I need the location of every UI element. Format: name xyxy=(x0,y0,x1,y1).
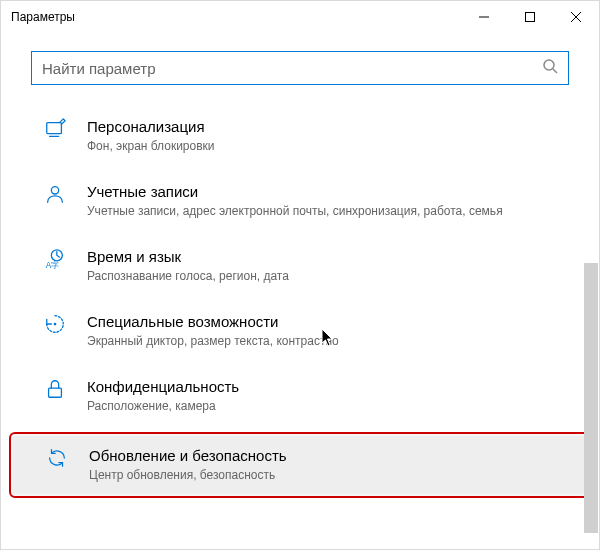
update-security-icon xyxy=(45,446,69,470)
accounts-icon xyxy=(43,182,67,206)
settings-item-update-security[interactable]: Обновление и безопасность Центр обновлен… xyxy=(9,432,591,497)
item-texts: Специальные возможности Экранный диктор,… xyxy=(87,312,569,349)
svg-point-4 xyxy=(544,60,554,70)
maximize-button[interactable] xyxy=(507,1,553,33)
minimize-button[interactable] xyxy=(461,1,507,33)
window-controls xyxy=(461,1,599,33)
item-subtitle: Фон, экран блокировки xyxy=(87,139,569,155)
item-title: Специальные возможности xyxy=(87,312,569,332)
settings-item-personalization[interactable]: Персонализация Фон, экран блокировки xyxy=(1,103,599,168)
scrollbar-thumb[interactable] xyxy=(584,263,598,533)
item-title: Время и язык xyxy=(87,247,569,267)
svg-text:A字: A字 xyxy=(46,261,60,270)
titlebar: Параметры xyxy=(1,1,599,33)
svg-point-11 xyxy=(54,323,57,326)
settings-item-accessibility[interactable]: Специальные возможности Экранный диктор,… xyxy=(1,298,599,363)
item-title: Обновление и безопасность xyxy=(89,446,567,466)
svg-rect-6 xyxy=(47,123,62,134)
accessibility-icon xyxy=(43,312,67,336)
item-subtitle: Экранный диктор, размер текста, контраст… xyxy=(87,334,569,350)
settings-item-time-language[interactable]: A字 Время и язык Распознавание голоса, ре… xyxy=(1,233,599,298)
settings-item-accounts[interactable]: Учетные записи Учетные записи, адрес эле… xyxy=(1,168,599,233)
item-texts: Конфиденциальность Расположение, камера xyxy=(87,377,569,414)
item-texts: Учетные записи Учетные записи, адрес эле… xyxy=(87,182,569,219)
svg-rect-1 xyxy=(526,13,535,22)
svg-line-5 xyxy=(553,69,557,73)
content-area: Найти параметр Персонализация Фон, экран… xyxy=(1,33,599,549)
svg-rect-12 xyxy=(49,388,62,397)
item-texts: Персонализация Фон, экран блокировки xyxy=(87,117,569,154)
item-texts: Обновление и безопасность Центр обновлен… xyxy=(89,446,567,483)
svg-point-8 xyxy=(51,187,58,194)
personalization-icon xyxy=(43,117,67,141)
item-subtitle: Центр обновления, безопасность xyxy=(89,468,567,484)
item-title: Конфиденциальность xyxy=(87,377,569,397)
item-subtitle: Расположение, камера xyxy=(87,399,569,415)
search-input[interactable]: Найти параметр xyxy=(31,51,569,85)
time-language-icon: A字 xyxy=(43,247,67,271)
close-button[interactable] xyxy=(553,1,599,33)
privacy-icon xyxy=(43,377,67,401)
window-title: Параметры xyxy=(11,10,461,24)
search-icon xyxy=(542,58,558,78)
settings-item-privacy[interactable]: Конфиденциальность Расположение, камера xyxy=(1,363,599,428)
item-title: Персонализация xyxy=(87,117,569,137)
item-subtitle: Распознавание голоса, регион, дата xyxy=(87,269,569,285)
item-title: Учетные записи xyxy=(87,182,569,202)
search-container: Найти параметр xyxy=(1,33,599,95)
item-subtitle: Учетные записи, адрес электронной почты,… xyxy=(87,204,569,220)
settings-window: Параметры Найти параметр xyxy=(0,0,600,550)
search-placeholder: Найти параметр xyxy=(42,60,542,77)
settings-list: Персонализация Фон, экран блокировки Уче… xyxy=(1,95,599,498)
item-texts: Время и язык Распознавание голоса, регио… xyxy=(87,247,569,284)
